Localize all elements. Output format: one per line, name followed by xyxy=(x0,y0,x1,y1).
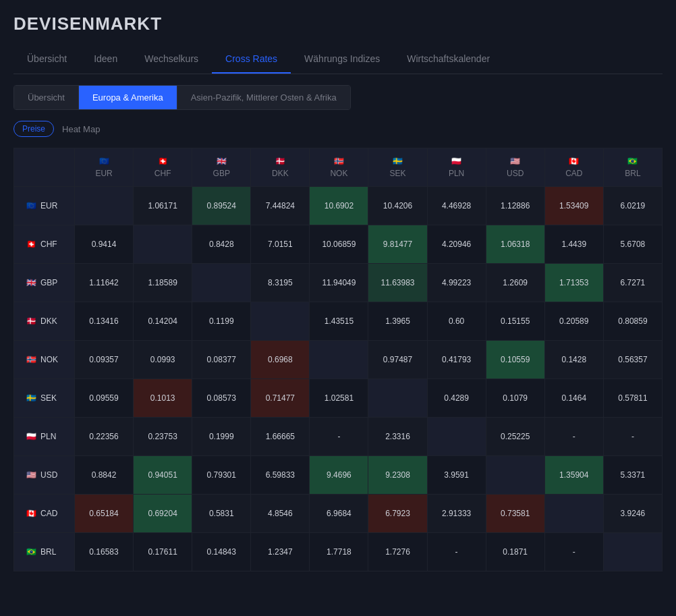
nav-crossrates[interactable]: Cross Rates xyxy=(212,45,291,74)
cell-nok-dkk[interactable]: 0.6968 xyxy=(251,341,310,379)
cell-brl-nok[interactable]: 1.7718 xyxy=(310,533,368,571)
cell-usd-pln[interactable]: 3.9591 xyxy=(427,456,486,495)
cell-eur-chf[interactable]: 1.06171 xyxy=(134,187,192,225)
cell-eur-nok[interactable]: 10.6902 xyxy=(310,187,368,225)
cell-brl-dkk[interactable]: 1.2347 xyxy=(251,533,310,571)
cell-usd-nok[interactable]: 9.4696 xyxy=(310,456,368,495)
cell-cad-usd[interactable]: 0.73581 xyxy=(486,495,544,533)
cell-dkk-nok[interactable]: 1.43515 xyxy=(310,302,368,341)
cell-brl-brl[interactable] xyxy=(603,533,662,571)
cell-pln-sek[interactable]: 2.3316 xyxy=(368,418,427,456)
cell-brl-eur[interactable]: 0.16583 xyxy=(75,533,134,571)
cell-sek-nok[interactable]: 1.02581 xyxy=(310,379,368,418)
cell-cad-chf[interactable]: 0.69204 xyxy=(134,495,192,533)
cell-gbp-brl[interactable]: 6.7271 xyxy=(603,264,662,302)
cell-eur-cad[interactable]: 1.53409 xyxy=(544,187,603,225)
cell-nok-eur[interactable]: 0.09357 xyxy=(75,341,134,379)
cell-sek-dkk[interactable]: 0.71477 xyxy=(251,379,310,418)
cell-dkk-gbp[interactable]: 0.1199 xyxy=(192,302,251,341)
nav-ideen[interactable]: Ideen xyxy=(80,45,131,74)
cell-cad-dkk[interactable]: 4.8546 xyxy=(251,495,310,533)
cell-gbp-nok[interactable]: 11.94049 xyxy=(310,264,368,302)
cell-nok-nok[interactable] xyxy=(310,341,368,379)
cell-pln-eur[interactable]: 0.22356 xyxy=(75,418,134,456)
cell-sek-pln[interactable]: 0.4289 xyxy=(427,379,486,418)
cell-gbp-cad[interactable]: 1.71353 xyxy=(544,264,603,302)
cell-sek-usd[interactable]: 0.1079 xyxy=(486,379,544,418)
cell-usd-cad[interactable]: 1.35904 xyxy=(544,456,603,495)
cell-sek-sek[interactable] xyxy=(368,379,427,418)
tab-ubersicht[interactable]: Übersicht xyxy=(14,86,79,109)
cell-chf-nok[interactable]: 10.06859 xyxy=(310,225,368,264)
cell-chf-eur[interactable]: 0.9414 xyxy=(75,225,134,264)
cell-sek-chf[interactable]: 0.1013 xyxy=(134,379,192,418)
nav-ubersicht[interactable]: Übersicht xyxy=(13,45,80,74)
cell-nok-gbp[interactable]: 0.08377 xyxy=(192,341,251,379)
cell-brl-cad[interactable]: - xyxy=(544,533,603,571)
cell-chf-gbp[interactable]: 0.8428 xyxy=(192,225,251,264)
cell-brl-sek[interactable]: 1.7276 xyxy=(368,533,427,571)
cell-brl-chf[interactable]: 0.17611 xyxy=(134,533,192,571)
cell-usd-eur[interactable]: 0.8842 xyxy=(75,456,134,495)
nav-wechselkurs[interactable]: Wechselkurs xyxy=(131,45,212,74)
cell-pln-nok[interactable]: - xyxy=(310,418,368,456)
tab-asien-pazifik[interactable]: Asien-Pazifik, Mittlerer Osten & Afrika xyxy=(177,86,350,109)
cell-eur-gbp[interactable]: 0.89524 xyxy=(192,187,251,225)
cell-chf-dkk[interactable]: 7.0151 xyxy=(251,225,310,264)
cell-brl-usd[interactable]: 0.1871 xyxy=(486,533,544,571)
cell-nok-sek[interactable]: 0.97487 xyxy=(368,341,427,379)
cell-dkk-pln[interactable]: 0.60 xyxy=(427,302,486,341)
cell-chf-chf[interactable] xyxy=(134,225,192,264)
nav-wirtschaftskalender[interactable]: Wirtschaftskalender xyxy=(393,45,503,74)
cell-nok-chf[interactable]: 0.0993 xyxy=(134,341,192,379)
cell-gbp-eur[interactable]: 1.11642 xyxy=(75,264,134,302)
cell-nok-cad[interactable]: 0.1428 xyxy=(544,341,603,379)
cell-chf-cad[interactable]: 1.4439 xyxy=(544,225,603,264)
cell-pln-brl[interactable]: - xyxy=(603,418,662,456)
cell-brl-gbp[interactable]: 0.14843 xyxy=(192,533,251,571)
cell-gbp-usd[interactable]: 1.2609 xyxy=(486,264,544,302)
cell-dkk-brl[interactable]: 0.80859 xyxy=(603,302,662,341)
cell-nok-pln[interactable]: 0.41793 xyxy=(427,341,486,379)
cell-chf-sek[interactable]: 9.81477 xyxy=(368,225,427,264)
preise-button[interactable]: Preise xyxy=(13,121,54,137)
cell-dkk-eur[interactable]: 0.13416 xyxy=(75,302,134,341)
cell-usd-dkk[interactable]: 6.59833 xyxy=(251,456,310,495)
cell-pln-usd[interactable]: 0.25225 xyxy=(486,418,544,456)
cell-dkk-dkk[interactable] xyxy=(251,302,310,341)
cell-pln-gbp[interactable]: 0.1999 xyxy=(192,418,251,456)
cell-dkk-chf[interactable]: 0.14204 xyxy=(134,302,192,341)
cell-gbp-pln[interactable]: 4.99223 xyxy=(427,264,486,302)
cell-gbp-sek[interactable]: 11.63983 xyxy=(368,264,427,302)
cell-pln-dkk[interactable]: 1.66665 xyxy=(251,418,310,456)
cell-sek-brl[interactable]: 0.57811 xyxy=(603,379,662,418)
cell-usd-usd[interactable] xyxy=(486,456,544,495)
cell-eur-pln[interactable]: 4.46928 xyxy=(427,187,486,225)
cell-gbp-gbp[interactable] xyxy=(192,264,251,302)
cell-dkk-cad[interactable]: 0.20589 xyxy=(544,302,603,341)
cell-usd-gbp[interactable]: 0.79301 xyxy=(192,456,251,495)
cell-usd-chf[interactable]: 0.94051 xyxy=(134,456,192,495)
cell-chf-usd[interactable]: 1.06318 xyxy=(486,225,544,264)
cell-dkk-sek[interactable]: 1.3965 xyxy=(368,302,427,341)
cell-chf-brl[interactable]: 5.6708 xyxy=(603,225,662,264)
cell-cad-sek[interactable]: 6.7923 xyxy=(368,495,427,533)
cell-chf-pln[interactable]: 4.20946 xyxy=(427,225,486,264)
cell-eur-eur[interactable] xyxy=(75,187,134,225)
cell-cad-brl[interactable]: 3.9246 xyxy=(603,495,662,533)
cell-usd-sek[interactable]: 9.2308 xyxy=(368,456,427,495)
cell-cad-cad[interactable] xyxy=(544,495,603,533)
cell-eur-usd[interactable]: 1.12886 xyxy=(486,187,544,225)
cell-pln-chf[interactable]: 0.23753 xyxy=(134,418,192,456)
cell-sek-gbp[interactable]: 0.08573 xyxy=(192,379,251,418)
cell-pln-pln[interactable] xyxy=(427,418,486,456)
cell-sek-cad[interactable]: 0.1464 xyxy=(544,379,603,418)
cell-usd-brl[interactable]: 5.3371 xyxy=(603,456,662,495)
cell-sek-eur[interactable]: 0.09559 xyxy=(75,379,134,418)
cell-cad-nok[interactable]: 6.9684 xyxy=(310,495,368,533)
cell-gbp-chf[interactable]: 1.18589 xyxy=(134,264,192,302)
cell-cad-gbp[interactable]: 0.5831 xyxy=(192,495,251,533)
cell-cad-pln[interactable]: 2.91333 xyxy=(427,495,486,533)
cell-brl-pln[interactable]: - xyxy=(427,533,486,571)
cell-gbp-dkk[interactable]: 8.3195 xyxy=(251,264,310,302)
